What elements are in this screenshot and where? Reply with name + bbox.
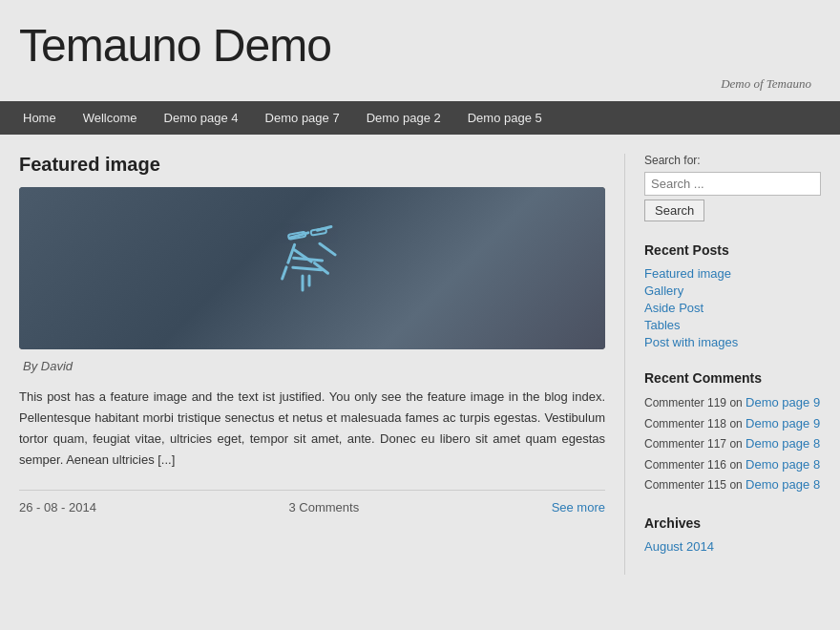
post-title: Featured image [19,154,605,176]
list-item: Post with images [644,334,821,349]
search-input[interactable] [644,172,821,196]
loading-spinner-icon [269,223,355,309]
recent-comments-list: Commenter 119 on Demo page 9 Commenter 1… [644,393,821,494]
post-date: 26 - 08 - 2014 [19,500,96,514]
comment-on-0: on [729,396,746,410]
list-item: Tables [644,317,821,332]
nav-link-demo7[interactable]: Demo page 7 [252,101,353,135]
commenter-3: Commenter 116 [644,458,726,472]
recent-posts-widget: Recent Posts Featured image Gallery Asid… [644,242,821,349]
featured-image [19,187,605,349]
archives-widget: Archives August 2014 [644,515,821,554]
nav-link-demo4[interactable]: Demo page 4 [151,101,252,135]
commenter-1: Commenter 118 [644,417,726,430]
comment-link-1[interactable]: Demo page 9 [746,416,820,430]
nav-item-demo7[interactable]: Demo page 7 [252,101,353,135]
svg-line-2 [288,244,295,262]
commenter-2: Commenter 117 [644,437,726,451]
list-item: Gallery [644,283,821,298]
nav-link-demo2[interactable]: Demo page 2 [353,101,454,135]
sidebar: Search for: Search Recent Posts Featured… [644,154,821,575]
nav-link-demo5[interactable]: Demo page 5 [454,101,556,135]
comment-on-2: on [729,437,746,451]
list-item: Featured image [644,265,821,281]
list-item: Commenter 116 on Demo page 8 [644,455,821,474]
comment-link-0[interactable]: Demo page 9 [746,395,820,410]
nav-item-demo2[interactable]: Demo page 2 [353,101,454,135]
svg-line-10 [320,242,335,256]
comment-on-3: on [729,458,746,472]
nav-item-wellcome[interactable]: Wellcome [70,101,151,135]
comment-link-3[interactable]: Demo page 8 [746,457,820,472]
post-meta: 26 - 08 - 2014 3 Comments See more [19,490,605,514]
post-comments: 3 Comments [288,500,359,514]
spinner-overlay [269,223,355,313]
site-title: Temauno Demo [19,19,821,72]
nav-item-demo5[interactable]: Demo page 5 [454,101,556,135]
recent-posts-title: Recent Posts [644,242,821,258]
main-content: Featured image [19,154,605,575]
svg-line-7 [314,261,327,275]
nav-link-wellcome[interactable]: Wellcome [70,101,151,135]
recent-posts-list: Featured image Gallery Aside Post Tables… [644,265,821,349]
commenter-4: Commenter 115 [644,478,726,492]
comment-link-2[interactable]: Demo page 8 [746,436,820,451]
svg-rect-12 [310,228,326,236]
nav-link-home[interactable]: Home [10,101,70,135]
nav-item-home[interactable]: Home [10,101,70,135]
search-button[interactable]: Search [644,200,704,221]
list-item: Commenter 117 on Demo page 8 [644,434,821,453]
recent-comments-title: Recent Comments [644,370,821,386]
recent-post-link-4[interactable]: Post with images [644,335,738,349]
recent-post-link-3[interactable]: Tables [644,318,681,332]
content-divider [624,154,625,575]
recent-post-link-2[interactable]: Aside Post [644,301,704,315]
commenter-0: Commenter 119 [644,396,726,410]
svg-line-5 [293,267,322,270]
archive-link-0[interactable]: August 2014 [644,539,714,554]
list-item: Aside Post [644,300,821,315]
post-author: By David [23,359,605,373]
list-item: Commenter 115 on Demo page 8 [644,475,821,494]
archives-title: Archives [644,515,821,531]
see-more-link[interactable]: See more [552,500,605,514]
list-item: Commenter 118 on Demo page 9 [644,414,821,433]
recent-post-link-1[interactable]: Gallery [644,284,683,298]
comment-on-1: on [729,417,746,430]
comment-link-4[interactable]: Demo page 8 [746,477,820,492]
nav-item-demo4[interactable]: Demo page 4 [151,101,252,135]
list-item: August 2014 [644,538,821,554]
archives-list: August 2014 [644,538,821,554]
list-item: Commenter 119 on Demo page 9 [644,393,821,412]
recent-comments-widget: Recent Comments Commenter 119 on Demo pa… [644,370,821,494]
site-tagline: Demo of Temauno [19,76,821,92]
svg-line-3 [283,267,286,279]
post-excerpt: This post has a feature image and the te… [19,387,605,471]
main-nav: Home Wellcome Demo page 4 Demo page 7 De… [0,101,840,135]
comment-on-4: on [729,478,746,492]
recent-post-link-0[interactable]: Featured image [644,266,731,281]
search-widget: Search for: Search [644,154,821,221]
svg-line-6 [295,247,311,263]
search-label: Search for: [644,154,821,167]
